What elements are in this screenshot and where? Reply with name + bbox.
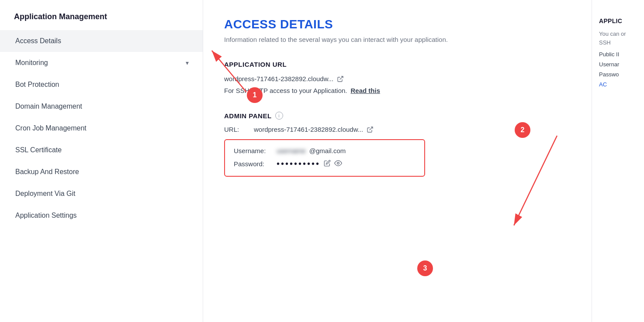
sidebar-item-monitoring[interactable]: Monitoring▾: [0, 52, 203, 74]
sidebar-item-label: Application Settings: [15, 212, 77, 219]
sidebar-item-bot-protection[interactable]: Bot Protection: [0, 74, 203, 96]
svg-line-5: [370, 127, 373, 130]
sidebar-item-backup-and-restore[interactable]: Backup And Restore: [0, 161, 203, 183]
sidebar-item-domain-management[interactable]: Domain Management: [0, 96, 203, 117]
right-panel-link[interactable]: AC: [599, 81, 637, 88]
admin-panel-section: ADMIN PANEL i URL: wordpress-717461-2382…: [224, 112, 571, 177]
sidebar-item-label: Backup And Restore: [15, 168, 79, 176]
sidebar-item-label: SSL Certificate: [15, 146, 62, 154]
show-password-icon[interactable]: [334, 159, 342, 168]
sidebar-item-label: Cron Job Management: [15, 124, 87, 132]
app-url-row: wordpress-717461-2382892.cloudw...: [224, 75, 571, 82]
sidebar-item-ssl-certificate[interactable]: SSL Certificate: [0, 139, 203, 161]
app-url-value: wordpress-717461-2382892.cloudw...: [224, 75, 333, 82]
sidebar-item-label: Deployment Via Git: [15, 190, 76, 198]
annotation-circle-3: 3: [417, 260, 433, 276]
sidebar-item-label: Access Details: [15, 37, 61, 45]
password-label: Password:: [234, 160, 273, 168]
admin-panel-title: ADMIN PANEL: [224, 112, 272, 120]
right-panel-description: You can or SSH: [599, 30, 637, 47]
sidebar-item-label: Monitoring: [15, 59, 48, 67]
right-panel-password: Passwo: [599, 71, 637, 78]
username-row: Username: username @gmail.com: [234, 147, 415, 154]
app-url-section: APPLICATION URL wordpress-717461-2382892…: [224, 61, 571, 94]
right-panel-public-ip: Public II: [599, 51, 637, 58]
sidebar-item-label: Bot Protection: [15, 81, 59, 89]
admin-url-value: wordpress-717461-2382892.cloudw...: [254, 126, 363, 133]
ssh-text-row: For SSH/SFTP access to your Application.…: [224, 87, 571, 94]
svg-point-6: [337, 162, 339, 164]
chevron-down-icon: ▾: [186, 59, 189, 66]
right-panel-username: Usernar: [599, 61, 637, 68]
app-url-external-link-icon[interactable]: [337, 75, 344, 82]
password-row: Password: ••••••••••: [234, 159, 415, 169]
sidebar-item-application-settings[interactable]: Application Settings: [0, 205, 203, 226]
annotation-circle-1: 1: [247, 87, 263, 103]
password-dots: ••••••••••: [277, 159, 320, 169]
admin-panel-header: ADMIN PANEL i: [224, 112, 571, 120]
main-content: 1 2 3 ACCESS DETAILS Information related…: [203, 0, 592, 322]
annotation-circle-2: 2: [515, 122, 530, 138]
sidebar-item-access-details[interactable]: Access Details: [0, 30, 203, 52]
svg-line-4: [340, 76, 343, 79]
page-subtitle: Information related to the several ways …: [224, 36, 571, 43]
username-at: @gmail.com: [309, 147, 346, 154]
username-label: Username:: [234, 147, 273, 154]
page-title: ACCESS DETAILS: [224, 17, 571, 31]
sidebar: Application Management Access DetailsMon…: [0, 0, 203, 322]
read-this-link[interactable]: Read this: [351, 87, 381, 94]
admin-url-external-link-icon[interactable]: [367, 126, 374, 133]
sidebar-item-cron-job-management[interactable]: Cron Job Management: [0, 117, 203, 139]
credentials-box: Username: username @gmail.com Password: …: [224, 139, 425, 177]
sidebar-title: Application Management: [0, 7, 203, 30]
ssh-text: For SSH/SFTP access to your Application.: [224, 87, 347, 94]
edit-password-icon[interactable]: [324, 160, 331, 168]
info-icon[interactable]: i: [275, 112, 283, 120]
app-url-title: APPLICATION URL: [224, 61, 571, 68]
sidebar-item-label: Domain Management: [15, 103, 82, 110]
admin-url-label: URL:: [224, 126, 250, 133]
username-value: username: [277, 147, 306, 154]
right-panel: APPLIC You can or SSH Public II Usernar …: [592, 0, 644, 322]
sidebar-item-deployment-via-git[interactable]: Deployment Via Git: [0, 183, 203, 205]
right-panel-title: APPLIC: [599, 17, 637, 24]
